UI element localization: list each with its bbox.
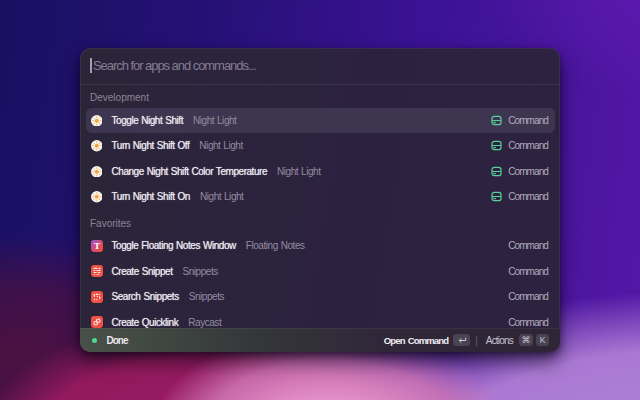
svg-text:T: T	[93, 241, 100, 251]
